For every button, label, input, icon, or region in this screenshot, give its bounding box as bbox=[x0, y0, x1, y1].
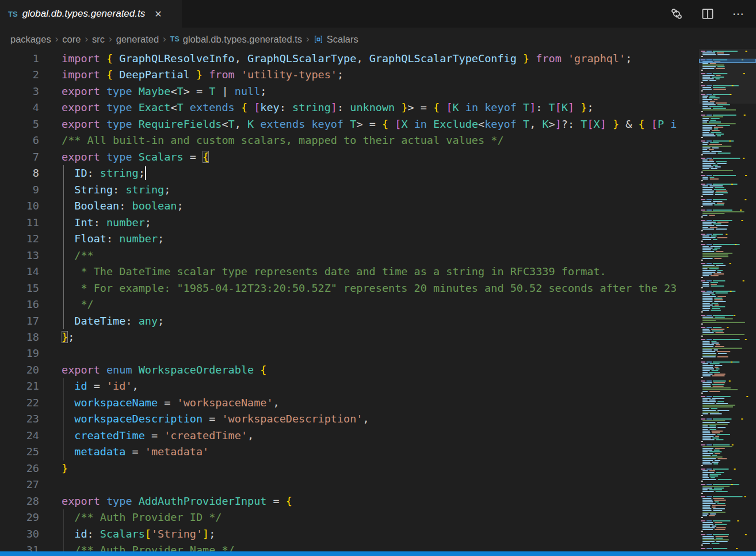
code-row[interactable]: 18}; bbox=[0, 329, 695, 345]
code-row[interactable]: 30 id: Scalars['String']; bbox=[0, 526, 695, 542]
code-row[interactable]: 12 Float: number; bbox=[0, 231, 695, 247]
code-line: export type Exact<T extends { [key: stri… bbox=[62, 100, 594, 116]
editor-actions: ⋯ bbox=[670, 0, 756, 28]
status-bar bbox=[0, 551, 756, 556]
line-number: 25 bbox=[0, 444, 39, 460]
text-cursor bbox=[145, 166, 146, 180]
line-number: 17 bbox=[0, 313, 39, 329]
code-line: createdTime = 'createdTime', bbox=[62, 428, 254, 444]
code-line: }; bbox=[62, 329, 74, 345]
code-line: * The DateTime scalar type represents da… bbox=[62, 264, 606, 280]
line-number: 8 bbox=[0, 165, 39, 181]
code-row[interactable]: 24 createdTime = 'createdTime', bbox=[0, 428, 695, 444]
code-line: String: string; bbox=[62, 182, 170, 198]
tab-close-icon[interactable]: ✕ bbox=[152, 7, 164, 21]
line-number: 16 bbox=[0, 296, 39, 313]
line-number: 10 bbox=[0, 198, 39, 214]
line-number: 14 bbox=[0, 264, 39, 280]
code-row[interactable]: 4export type Exact<T extends { [key: str… bbox=[0, 100, 695, 116]
breadcrumb-item-file[interactable]: global.db.types.generated.ts bbox=[183, 34, 302, 45]
code-line: /** bbox=[62, 247, 94, 264]
code-row[interactable]: 20export enum WorkspaceOrderable { bbox=[0, 362, 695, 378]
code-row[interactable]: 31 /** Auth Provider Name */ bbox=[0, 542, 695, 551]
code-line: } bbox=[62, 460, 68, 477]
code-row[interactable]: 16 */ bbox=[0, 296, 695, 313]
code-row[interactable]: 1import { GraphQLResolveInfo, GraphQLSca… bbox=[0, 51, 695, 67]
minimap[interactable] bbox=[699, 49, 756, 551]
vscode-window: TS global.db.types.generated.ts ✕ bbox=[0, 0, 756, 556]
code-row[interactable]: 11 Int: number; bbox=[0, 215, 695, 231]
breadcrumb-item-packages[interactable]: packages bbox=[10, 34, 51, 45]
code-row[interactable]: 3export type Maybe<T> = T | null; bbox=[0, 83, 695, 100]
code-line: metadata = 'metadata' bbox=[62, 444, 209, 460]
code-row[interactable]: 14 * The DateTime scalar type represents… bbox=[0, 264, 695, 280]
code-line: workspaceName = 'workspaceName', bbox=[62, 395, 280, 411]
more-actions-icon[interactable]: ⋯ bbox=[732, 7, 746, 21]
breadcrumb-item-src[interactable]: src bbox=[92, 34, 105, 45]
code-line: workspaceDescription = 'workspaceDescrip… bbox=[62, 411, 369, 427]
code-row[interactable]: 28export type AddAuthProviderInput = { bbox=[0, 493, 695, 509]
line-number: 5 bbox=[0, 116, 39, 132]
code-line: */ bbox=[62, 296, 94, 313]
code-row[interactable]: 27 bbox=[0, 477, 695, 493]
code-line: import { DeepPartial } from 'utility-typ… bbox=[62, 67, 343, 83]
typescript-file-icon: TS bbox=[170, 35, 180, 43]
code-line: Float: number; bbox=[62, 231, 164, 247]
code-line: export enum WorkspaceOrderable { bbox=[62, 362, 266, 378]
line-number: 28 bbox=[0, 493, 39, 509]
line-number: 7 bbox=[0, 149, 39, 165]
code-row[interactable]: 26} bbox=[0, 460, 695, 477]
line-number: 23 bbox=[0, 411, 39, 427]
breadcrumb-separator: › bbox=[306, 33, 310, 45]
code-row[interactable]: 6/** All built-in and custom scalars, ma… bbox=[0, 132, 695, 148]
line-number: 15 bbox=[0, 280, 39, 296]
breadcrumb-separator: › bbox=[55, 33, 59, 45]
line-number: 21 bbox=[0, 378, 39, 394]
code-line: export type Scalars = { bbox=[62, 149, 209, 165]
code-line: export type RequireFields<T, K extends k… bbox=[62, 116, 677, 132]
symbol-type-icon bbox=[314, 35, 323, 44]
line-number: 1 bbox=[0, 51, 39, 67]
line-number: 20 bbox=[0, 362, 39, 378]
code-editor[interactable]: 1import { GraphQLResolveInfo, GraphQLSca… bbox=[0, 51, 756, 551]
code-row[interactable]: 29 /** Auth Provider ID */ bbox=[0, 509, 695, 525]
line-number: 26 bbox=[0, 460, 39, 477]
code-row[interactable]: 9 String: string; bbox=[0, 182, 695, 198]
line-number: 18 bbox=[0, 329, 39, 345]
code-row[interactable]: 2import { DeepPartial } from 'utility-ty… bbox=[0, 67, 695, 83]
line-number: 31 bbox=[0, 542, 39, 551]
code-row[interactable]: 13 /** bbox=[0, 247, 695, 264]
code-line: ID: string; bbox=[62, 165, 145, 181]
line-number: 12 bbox=[0, 231, 39, 247]
breadcrumb-separator: › bbox=[85, 33, 88, 45]
split-editor-icon[interactable] bbox=[701, 7, 715, 21]
code-row[interactable]: 22 workspaceName = 'workspaceName', bbox=[0, 395, 695, 411]
code-line: /** Auth Provider ID */ bbox=[62, 509, 222, 525]
code-row[interactable]: 10 Boolean: boolean; bbox=[0, 198, 695, 214]
typescript-file-icon: TS bbox=[8, 10, 18, 18]
line-number: 13 bbox=[0, 247, 39, 264]
breadcrumb-item-symbol[interactable]: Scalars bbox=[327, 34, 358, 45]
code-row[interactable]: 17 DateTime: any; bbox=[0, 313, 695, 329]
breadcrumb-item-core[interactable]: core bbox=[62, 34, 81, 45]
code-row[interactable]: 21 id = 'id', bbox=[0, 378, 695, 394]
code-row[interactable]: 19 bbox=[0, 345, 695, 361]
code-row[interactable]: 8 ID: string; bbox=[0, 165, 695, 181]
code-row[interactable]: 15 * For example: "1985-04-12T23:20:50.5… bbox=[0, 280, 695, 296]
editor-tab[interactable]: TS global.db.types.generated.ts ✕ bbox=[0, 0, 182, 28]
code-line: id: Scalars['String']; bbox=[62, 526, 215, 542]
code-row[interactable]: 25 metadata = 'metadata' bbox=[0, 444, 695, 460]
line-number: 30 bbox=[0, 526, 39, 542]
open-changes-icon[interactable] bbox=[670, 7, 684, 21]
code-line: Int: number; bbox=[62, 215, 151, 231]
breadcrumb-item-generated[interactable]: generated bbox=[116, 34, 159, 45]
line-number: 6 bbox=[0, 132, 39, 148]
code-row[interactable]: 5export type RequireFields<T, K extends … bbox=[0, 116, 695, 132]
code-row[interactable]: 7export type Scalars = { bbox=[0, 149, 695, 165]
code-line: * For example: "1985-04-12T23:20:50.52Z"… bbox=[62, 280, 677, 296]
code-row[interactable]: 23 workspaceDescription = 'workspaceDesc… bbox=[0, 411, 695, 427]
code-line: DateTime: any; bbox=[62, 313, 164, 329]
line-number: 24 bbox=[0, 428, 39, 444]
breadcrumb-separator: › bbox=[109, 33, 112, 45]
code-line: export type AddAuthProviderInput = { bbox=[62, 493, 292, 509]
